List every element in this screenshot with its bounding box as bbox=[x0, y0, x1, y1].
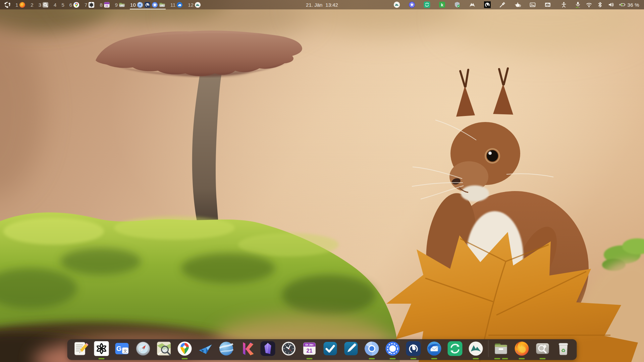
nordvpn-mono-tray-icon[interactable] bbox=[469, 1, 476, 8]
files-icon bbox=[159, 2, 165, 8]
files-icon bbox=[119, 2, 125, 8]
dock-chromium[interactable] bbox=[364, 339, 380, 360]
dock-google-translate[interactable]: G 文 bbox=[114, 339, 130, 360]
workspace-9[interactable]: 9 bbox=[115, 0, 125, 9]
mattermost-icon bbox=[144, 2, 151, 8]
battery-icon[interactable] bbox=[619, 1, 626, 8]
svg-text:G: G bbox=[116, 345, 122, 352]
running-indicator bbox=[369, 358, 375, 359]
workspace-12[interactable]: 12 bbox=[187, 0, 201, 9]
dock-paper-plane-app[interactable] bbox=[198, 339, 214, 360]
dock-openstreetmap[interactable] bbox=[156, 339, 172, 360]
dock-web-browser-compass[interactable] bbox=[135, 339, 151, 360]
workspace-5[interactable]: 5 bbox=[61, 0, 64, 9]
mattermost-tray-icon[interactable] bbox=[484, 1, 491, 8]
running-indicator bbox=[473, 358, 479, 359]
dock-screenshot-viewer[interactable] bbox=[535, 339, 551, 360]
svg-text:♻: ♻ bbox=[561, 348, 566, 353]
workspace-number: 4 bbox=[54, 2, 56, 7]
running-indicator bbox=[540, 358, 546, 359]
dock-chatgpt[interactable] bbox=[94, 339, 110, 360]
dock-text-editor[interactable] bbox=[73, 339, 89, 360]
dock-mattermost[interactable] bbox=[406, 339, 422, 360]
shield-check-tray-icon[interactable] bbox=[454, 1, 461, 8]
dock-notes-pencil[interactable] bbox=[343, 339, 359, 360]
running-indicator bbox=[390, 358, 396, 359]
dock-calendar[interactable]: Di Jän 21 bbox=[302, 339, 318, 360]
clock-date: 21. Jän bbox=[306, 2, 322, 8]
dock-tasks[interactable] bbox=[322, 339, 338, 360]
dock-google-earth[interactable] bbox=[218, 339, 234, 360]
workspace-8[interactable]: 8 21 bbox=[99, 0, 110, 9]
tea-timer-tray-icon[interactable] bbox=[514, 1, 521, 8]
wifi-icon[interactable] bbox=[586, 1, 592, 8]
dock-clocks[interactable] bbox=[281, 339, 297, 360]
workspace-6[interactable]: 6 bbox=[69, 0, 80, 9]
svg-text:21: 21 bbox=[307, 348, 313, 354]
dock-files[interactable] bbox=[493, 339, 509, 360]
running-indicator bbox=[494, 358, 500, 359]
screenshot-tool-icon bbox=[42, 2, 49, 8]
desktop: 1 2 3 bbox=[0, 0, 644, 362]
running-indicator bbox=[519, 358, 525, 359]
chromium-icon bbox=[137, 2, 143, 8]
volume-icon[interactable] bbox=[608, 1, 614, 8]
workspace-1[interactable]: 1 bbox=[15, 0, 26, 9]
workspace-number: 10 bbox=[130, 2, 136, 7]
system-tray: k bbox=[385, 0, 644, 9]
svg-text:k: k bbox=[441, 2, 443, 7]
svg-text:21: 21 bbox=[105, 4, 108, 7]
workspace-4[interactable]: 4 bbox=[53, 0, 57, 9]
top-bar: 1 2 3 bbox=[0, 0, 644, 9]
system-monitor-tray-icon[interactable] bbox=[544, 1, 551, 8]
clock-time: 13:42 bbox=[325, 2, 338, 8]
workspace-number: 8 bbox=[100, 2, 102, 7]
bluetooth-icon[interactable] bbox=[597, 1, 603, 8]
firefox-icon bbox=[19, 2, 25, 8]
workspace-10[interactable]: 10 bbox=[130, 0, 166, 9]
dock-separator bbox=[488, 340, 489, 357]
workspace-11[interactable]: 11 bbox=[170, 0, 183, 9]
workspace-number: 6 bbox=[69, 2, 72, 7]
workspace-number: 1 bbox=[15, 2, 18, 7]
workspace-number: 3 bbox=[39, 2, 41, 7]
wallpaper-photo bbox=[0, 0, 644, 362]
nordvpn-tray-icon[interactable] bbox=[393, 1, 400, 8]
syncthing-tray-icon[interactable] bbox=[424, 1, 430, 8]
dock-signal[interactable] bbox=[385, 339, 401, 360]
dock-sync-app[interactable] bbox=[447, 339, 463, 360]
accessibility-icon[interactable] bbox=[560, 1, 567, 8]
image-viewer-tray-icon[interactable] bbox=[529, 1, 536, 8]
workspace-number: 12 bbox=[188, 2, 194, 7]
signal-tray-icon[interactable] bbox=[409, 1, 415, 8]
running-indicator bbox=[99, 358, 105, 359]
workspace-2[interactable]: 2 bbox=[30, 0, 34, 9]
chatgpt-icon bbox=[88, 2, 95, 8]
microphone-icon[interactable] bbox=[575, 1, 581, 8]
dock-trash[interactable]: ♻ bbox=[555, 339, 572, 360]
svg-text:Di Jän: Di Jän bbox=[305, 343, 313, 346]
dock-kdenlive[interactable] bbox=[239, 339, 255, 360]
workspace-indicator: 1 2 3 bbox=[0, 0, 201, 9]
workspace-number: 7 bbox=[85, 2, 87, 7]
dock-obsidian[interactable] bbox=[260, 339, 276, 360]
nordvpn-icon bbox=[195, 2, 201, 8]
dock-nordvpn[interactable] bbox=[468, 339, 484, 360]
workspace-number: 9 bbox=[115, 2, 118, 7]
dock-thunderbird[interactable] bbox=[426, 339, 442, 360]
battery-percentage[interactable]: 36 % bbox=[628, 2, 639, 8]
running-indicator bbox=[307, 358, 313, 359]
running-indicator bbox=[411, 358, 417, 359]
ubuntu-logo-icon[interactable] bbox=[4, 1, 11, 8]
workspace-number: 11 bbox=[170, 2, 176, 7]
clock[interactable]: 21. Jän 13:42 bbox=[306, 0, 338, 9]
dock-firefox[interactable] bbox=[514, 339, 530, 360]
color-picker-tray-icon[interactable] bbox=[499, 1, 506, 8]
workspace-3[interactable]: 3 bbox=[38, 0, 49, 9]
dock-google-maps[interactable] bbox=[177, 339, 193, 360]
running-indicator bbox=[431, 358, 437, 359]
thunderbird-icon bbox=[176, 2, 183, 8]
squirrel-eye bbox=[487, 150, 498, 162]
k-app-tray-icon[interactable]: k bbox=[439, 1, 445, 8]
workspace-7[interactable]: 7 bbox=[84, 0, 95, 9]
